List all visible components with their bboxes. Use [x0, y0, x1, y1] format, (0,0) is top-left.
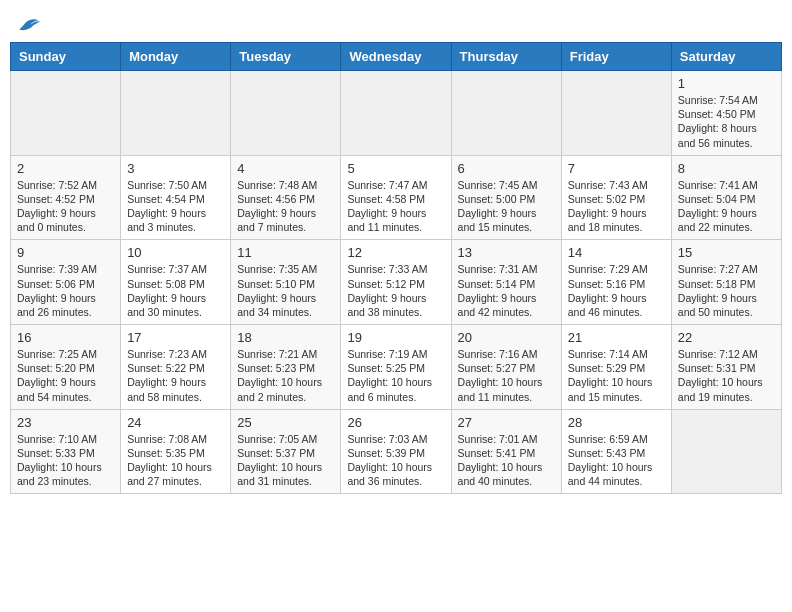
- day-number: 18: [237, 330, 334, 345]
- calendar-cell: 6Sunrise: 7:45 AM Sunset: 5:00 PM Daylig…: [451, 155, 561, 240]
- day-number: 16: [17, 330, 114, 345]
- day-header-thursday: Thursday: [451, 43, 561, 71]
- day-number: 21: [568, 330, 665, 345]
- cell-content: Sunrise: 7:03 AM Sunset: 5:39 PM Dayligh…: [347, 432, 444, 489]
- day-number: 22: [678, 330, 775, 345]
- day-number: 14: [568, 245, 665, 260]
- cell-content: Sunrise: 7:14 AM Sunset: 5:29 PM Dayligh…: [568, 347, 665, 404]
- day-number: 13: [458, 245, 555, 260]
- calendar-cell: 20Sunrise: 7:16 AM Sunset: 5:27 PM Dayli…: [451, 325, 561, 410]
- calendar-cell: 18Sunrise: 7:21 AM Sunset: 5:23 PM Dayli…: [231, 325, 341, 410]
- cell-content: Sunrise: 7:41 AM Sunset: 5:04 PM Dayligh…: [678, 178, 775, 235]
- calendar-cell: [561, 71, 671, 156]
- calendar-cell: 28Sunrise: 6:59 AM Sunset: 5:43 PM Dayli…: [561, 409, 671, 494]
- calendar-cell: 22Sunrise: 7:12 AM Sunset: 5:31 PM Dayli…: [671, 325, 781, 410]
- calendar-cell: [231, 71, 341, 156]
- calendar-cell: 25Sunrise: 7:05 AM Sunset: 5:37 PM Dayli…: [231, 409, 341, 494]
- calendar-cell: [671, 409, 781, 494]
- calendar-cell: 11Sunrise: 7:35 AM Sunset: 5:10 PM Dayli…: [231, 240, 341, 325]
- day-number: 17: [127, 330, 224, 345]
- day-number: 8: [678, 161, 775, 176]
- cell-content: Sunrise: 7:23 AM Sunset: 5:22 PM Dayligh…: [127, 347, 224, 404]
- cell-content: Sunrise: 7:19 AM Sunset: 5:25 PM Dayligh…: [347, 347, 444, 404]
- calendar-cell: 14Sunrise: 7:29 AM Sunset: 5:16 PM Dayli…: [561, 240, 671, 325]
- day-number: 23: [17, 415, 114, 430]
- day-header-friday: Friday: [561, 43, 671, 71]
- day-header-wednesday: Wednesday: [341, 43, 451, 71]
- cell-content: Sunrise: 7:31 AM Sunset: 5:14 PM Dayligh…: [458, 262, 555, 319]
- day-number: 3: [127, 161, 224, 176]
- day-number: 27: [458, 415, 555, 430]
- day-number: 20: [458, 330, 555, 345]
- day-number: 11: [237, 245, 334, 260]
- calendar-cell: 17Sunrise: 7:23 AM Sunset: 5:22 PM Dayli…: [121, 325, 231, 410]
- calendar-cell: 26Sunrise: 7:03 AM Sunset: 5:39 PM Dayli…: [341, 409, 451, 494]
- cell-content: Sunrise: 6:59 AM Sunset: 5:43 PM Dayligh…: [568, 432, 665, 489]
- calendar-cell: 12Sunrise: 7:33 AM Sunset: 5:12 PM Dayli…: [341, 240, 451, 325]
- day-number: 1: [678, 76, 775, 91]
- cell-content: Sunrise: 7:47 AM Sunset: 4:58 PM Dayligh…: [347, 178, 444, 235]
- day-number: 7: [568, 161, 665, 176]
- calendar-cell: 10Sunrise: 7:37 AM Sunset: 5:08 PM Dayli…: [121, 240, 231, 325]
- day-number: 10: [127, 245, 224, 260]
- calendar-week-row: 1Sunrise: 7:54 AM Sunset: 4:50 PM Daylig…: [11, 71, 782, 156]
- day-number: 19: [347, 330, 444, 345]
- cell-content: Sunrise: 7:39 AM Sunset: 5:06 PM Dayligh…: [17, 262, 114, 319]
- cell-content: Sunrise: 7:48 AM Sunset: 4:56 PM Dayligh…: [237, 178, 334, 235]
- cell-content: Sunrise: 7:21 AM Sunset: 5:23 PM Dayligh…: [237, 347, 334, 404]
- calendar-cell: [341, 71, 451, 156]
- day-number: 24: [127, 415, 224, 430]
- day-header-saturday: Saturday: [671, 43, 781, 71]
- cell-content: Sunrise: 7:37 AM Sunset: 5:08 PM Dayligh…: [127, 262, 224, 319]
- logo-bird-icon: [16, 14, 40, 34]
- calendar-cell: 7Sunrise: 7:43 AM Sunset: 5:02 PM Daylig…: [561, 155, 671, 240]
- cell-content: Sunrise: 7:27 AM Sunset: 5:18 PM Dayligh…: [678, 262, 775, 319]
- calendar-week-row: 2Sunrise: 7:52 AM Sunset: 4:52 PM Daylig…: [11, 155, 782, 240]
- cell-content: Sunrise: 7:12 AM Sunset: 5:31 PM Dayligh…: [678, 347, 775, 404]
- calendar-week-row: 9Sunrise: 7:39 AM Sunset: 5:06 PM Daylig…: [11, 240, 782, 325]
- cell-content: Sunrise: 7:43 AM Sunset: 5:02 PM Dayligh…: [568, 178, 665, 235]
- cell-content: Sunrise: 7:33 AM Sunset: 5:12 PM Dayligh…: [347, 262, 444, 319]
- calendar-cell: [11, 71, 121, 156]
- logo: [14, 14, 40, 34]
- day-number: 26: [347, 415, 444, 430]
- calendar-header-row: SundayMondayTuesdayWednesdayThursdayFrid…: [11, 43, 782, 71]
- calendar-cell: 1Sunrise: 7:54 AM Sunset: 4:50 PM Daylig…: [671, 71, 781, 156]
- day-header-monday: Monday: [121, 43, 231, 71]
- calendar-cell: 23Sunrise: 7:10 AM Sunset: 5:33 PM Dayli…: [11, 409, 121, 494]
- calendar-cell: 13Sunrise: 7:31 AM Sunset: 5:14 PM Dayli…: [451, 240, 561, 325]
- calendar-cell: 16Sunrise: 7:25 AM Sunset: 5:20 PM Dayli…: [11, 325, 121, 410]
- calendar-cell: 15Sunrise: 7:27 AM Sunset: 5:18 PM Dayli…: [671, 240, 781, 325]
- cell-content: Sunrise: 7:08 AM Sunset: 5:35 PM Dayligh…: [127, 432, 224, 489]
- calendar-cell: 2Sunrise: 7:52 AM Sunset: 4:52 PM Daylig…: [11, 155, 121, 240]
- calendar-week-row: 16Sunrise: 7:25 AM Sunset: 5:20 PM Dayli…: [11, 325, 782, 410]
- cell-content: Sunrise: 7:10 AM Sunset: 5:33 PM Dayligh…: [17, 432, 114, 489]
- day-number: 25: [237, 415, 334, 430]
- cell-content: Sunrise: 7:25 AM Sunset: 5:20 PM Dayligh…: [17, 347, 114, 404]
- calendar-cell: 27Sunrise: 7:01 AM Sunset: 5:41 PM Dayli…: [451, 409, 561, 494]
- cell-content: Sunrise: 7:50 AM Sunset: 4:54 PM Dayligh…: [127, 178, 224, 235]
- cell-content: Sunrise: 7:05 AM Sunset: 5:37 PM Dayligh…: [237, 432, 334, 489]
- calendar-cell: 8Sunrise: 7:41 AM Sunset: 5:04 PM Daylig…: [671, 155, 781, 240]
- calendar-table: SundayMondayTuesdayWednesdayThursdayFrid…: [10, 42, 782, 494]
- day-number: 6: [458, 161, 555, 176]
- calendar-cell: 19Sunrise: 7:19 AM Sunset: 5:25 PM Dayli…: [341, 325, 451, 410]
- calendar-cell: 4Sunrise: 7:48 AM Sunset: 4:56 PM Daylig…: [231, 155, 341, 240]
- day-number: 4: [237, 161, 334, 176]
- day-number: 5: [347, 161, 444, 176]
- calendar-cell: 3Sunrise: 7:50 AM Sunset: 4:54 PM Daylig…: [121, 155, 231, 240]
- calendar-cell: 24Sunrise: 7:08 AM Sunset: 5:35 PM Dayli…: [121, 409, 231, 494]
- calendar-cell: [121, 71, 231, 156]
- page-header: [10, 10, 782, 34]
- day-number: 15: [678, 245, 775, 260]
- cell-content: Sunrise: 7:01 AM Sunset: 5:41 PM Dayligh…: [458, 432, 555, 489]
- calendar-cell: 5Sunrise: 7:47 AM Sunset: 4:58 PM Daylig…: [341, 155, 451, 240]
- cell-content: Sunrise: 7:52 AM Sunset: 4:52 PM Dayligh…: [17, 178, 114, 235]
- day-number: 28: [568, 415, 665, 430]
- cell-content: Sunrise: 7:16 AM Sunset: 5:27 PM Dayligh…: [458, 347, 555, 404]
- calendar-week-row: 23Sunrise: 7:10 AM Sunset: 5:33 PM Dayli…: [11, 409, 782, 494]
- calendar-cell: 21Sunrise: 7:14 AM Sunset: 5:29 PM Dayli…: [561, 325, 671, 410]
- day-number: 9: [17, 245, 114, 260]
- cell-content: Sunrise: 7:45 AM Sunset: 5:00 PM Dayligh…: [458, 178, 555, 235]
- day-number: 12: [347, 245, 444, 260]
